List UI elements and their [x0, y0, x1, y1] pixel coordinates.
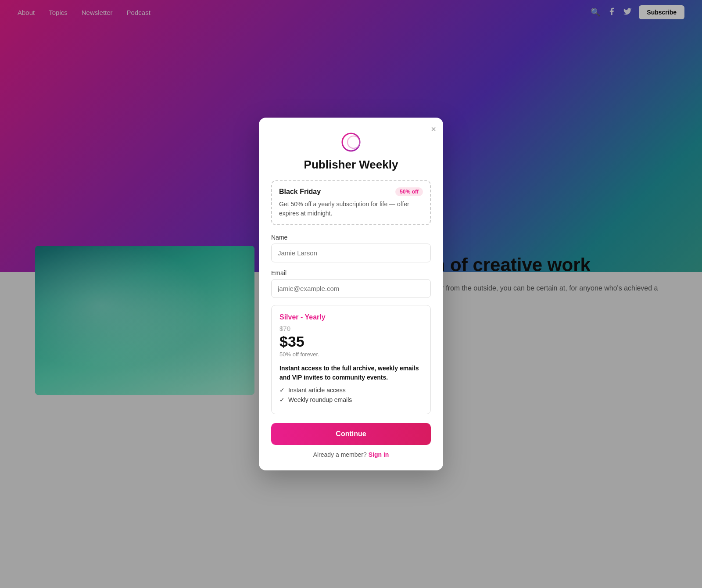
email-input[interactable] [271, 279, 431, 298]
email-label: Email [271, 269, 431, 276]
plan-price: $35 [279, 333, 423, 350]
plan-name: Silver - Yearly [279, 313, 423, 321]
promo-title: Black Friday [279, 188, 321, 196]
svg-point-1 [347, 136, 360, 148]
check-icon-2: ✓ [279, 396, 285, 403]
check-icon-1: ✓ [279, 387, 285, 394]
plan-description: Instant access to the full archive, week… [279, 364, 423, 382]
continue-button[interactable]: Continue [271, 423, 431, 445]
promo-description: Get 50% off a yearly subscription for li… [279, 200, 423, 218]
promo-header: Black Friday 50% off [279, 187, 423, 196]
plan-feature-1: ✓ Instant article access [279, 387, 423, 394]
close-button[interactable]: × [431, 125, 436, 133]
already-member-text: Already a member? [313, 451, 367, 458]
plan-discount-note: 50% off forever. [279, 351, 423, 358]
plan-card: Silver - Yearly $70 $35 50% off forever.… [271, 305, 431, 414]
promo-banner: Black Friday 50% off Get 50% off a yearl… [271, 180, 431, 225]
logo-circle-icon [340, 132, 362, 153]
name-input[interactable] [271, 244, 431, 262]
modal-logo [271, 132, 431, 153]
modal-title: Publisher Weekly [271, 158, 431, 172]
plan-feature-label-1: Instant article access [288, 387, 346, 394]
subscribe-modal: × Publisher Weekly Black Friday 50% off [259, 118, 443, 470]
signin-link[interactable]: Sign in [369, 451, 389, 458]
plan-feature-2: ✓ Weekly roundup emails [279, 396, 423, 403]
plan-feature-label-2: Weekly roundup emails [288, 396, 352, 403]
plan-original-price: $70 [279, 325, 423, 332]
promo-badge: 50% off [395, 187, 423, 196]
signin-text: Already a member? Sign in [271, 451, 431, 458]
name-label: Name [271, 234, 431, 241]
